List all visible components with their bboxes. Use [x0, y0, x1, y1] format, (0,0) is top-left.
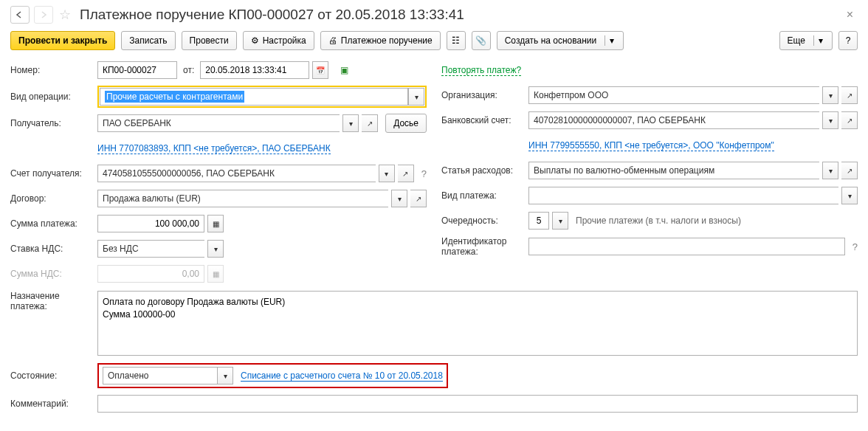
calendar-button[interactable]: 📅 — [312, 61, 328, 79]
help-icon[interactable]: ? — [852, 241, 858, 252]
payment-id-label: Идентификатор платежа: — [441, 236, 528, 258]
number-label: Номер: — [10, 65, 97, 75]
close-icon[interactable]: × — [842, 8, 858, 21]
structure-button[interactable]: ☷ — [447, 31, 466, 50]
bank-account-input[interactable]: 40702810000000000007, ПАО СБЕРБАНК — [528, 111, 819, 129]
open-button[interactable]: ↗ — [841, 86, 858, 104]
dropdown-button[interactable]: ▾ — [391, 190, 407, 207]
dossier-button[interactable]: Досье — [385, 114, 427, 133]
comment-input[interactable] — [97, 395, 858, 413]
save-button[interactable]: Записать — [121, 31, 175, 50]
payment-id-input[interactable] — [528, 238, 845, 255]
status-stamp-icon[interactable]: ▣ — [340, 65, 348, 75]
open-button[interactable]: ↗ — [841, 162, 858, 179]
bank-account-label: Банковский счет: — [441, 115, 528, 125]
gear-icon: ⚙ — [251, 35, 259, 46]
status-label: Состояние: — [10, 370, 97, 381]
nav-back-button[interactable] — [10, 6, 30, 24]
paperclip-icon: 📎 — [475, 35, 486, 46]
priority-hint: Прочие платежи (в т.ч. налоги и взносы) — [576, 216, 741, 226]
help-button[interactable]: ? — [838, 31, 858, 50]
chevron-down-icon: ▾ — [604, 35, 619, 46]
vat-rate-select[interactable]: Без НДС — [97, 240, 204, 258]
repeat-payment-link[interactable]: Повторять платеж? — [441, 65, 521, 76]
op-type-label: Вид операции: — [10, 92, 97, 102]
vat-rate-label: Ставка НДС: — [10, 244, 97, 254]
number-input[interactable] — [97, 61, 177, 79]
comment-label: Комментарий: — [10, 399, 97, 409]
create-based-on-button[interactable]: Создать на основании ▾ — [497, 31, 624, 50]
page-title: Платежное поручение КП00-000027 от 20.05… — [80, 7, 464, 23]
dropdown-button[interactable]: ▾ — [822, 86, 838, 104]
priority-label: Очередность: — [441, 216, 528, 226]
calculator-button: ▦ — [207, 265, 224, 283]
dropdown-button[interactable]: ▾ — [342, 114, 359, 132]
purpose-textarea[interactable] — [97, 291, 858, 356]
open-button[interactable]: ↗ — [362, 114, 378, 132]
open-button[interactable]: ↗ — [841, 111, 858, 129]
expense-label: Статья расходов: — [441, 165, 528, 176]
help-icon[interactable]: ? — [421, 168, 427, 179]
purpose-label: Назначение платежа: — [10, 291, 97, 312]
open-button[interactable]: ↗ — [398, 165, 414, 182]
date-input[interactable] — [200, 61, 309, 79]
dropdown-button[interactable]: ▾ — [217, 367, 233, 385]
dropdown-button[interactable]: ▾ — [822, 162, 838, 179]
recipient-label: Получатель: — [10, 118, 97, 128]
amount-input[interactable] — [97, 215, 204, 232]
dropdown-button[interactable]: ▾ — [841, 187, 858, 204]
post-button[interactable]: Провести — [182, 31, 237, 50]
open-button[interactable]: ↗ — [410, 190, 427, 207]
recipient-inn-link[interactable]: ИНН 7707083893, КПП <не требуется>, ПАО … — [97, 143, 331, 154]
priority-input[interactable] — [528, 212, 549, 230]
settings-button[interactable]: ⚙ Настройка — [243, 31, 314, 50]
chevron-down-icon: ▾ — [813, 35, 827, 46]
writeoff-document-link[interactable]: Списание с расчетного счета № 10 от 20.0… — [241, 370, 443, 382]
recipient-input[interactable]: ПАО СБЕРБАНК — [97, 114, 340, 132]
pay-type-label: Вид платежа: — [441, 190, 528, 201]
from-label: от: — [183, 65, 194, 75]
print-payment-order-button[interactable]: 🖨 Платежное поручение — [320, 31, 441, 50]
attachments-button[interactable]: 📎 — [472, 31, 491, 50]
chevron-down-icon: ▾ — [415, 93, 418, 101]
op-type-select[interactable]: Прочие расчеты с контрагентами — [100, 88, 408, 106]
calculator-icon: ▦ — [213, 220, 219, 228]
nav-forward-button[interactable] — [34, 6, 53, 24]
dropdown-button[interactable]: ▾ — [408, 88, 424, 106]
dropdown-button[interactable]: ▾ — [379, 165, 395, 182]
org-input[interactable]: Конфетпром ООО — [528, 86, 819, 104]
status-select[interactable]: Оплачено — [103, 367, 217, 385]
recipient-account-input[interactable]: 47405810555000000056, ПАО СБЕРБАНК — [97, 165, 376, 182]
recipient-account-label: Счет получателя: — [10, 168, 97, 179]
expense-input[interactable]: Выплаты по валютно-обменным операциям — [528, 162, 819, 179]
dropdown-button[interactable]: ▾ — [552, 212, 568, 230]
vat-sum-label: Сумма НДС: — [10, 269, 97, 279]
dropdown-button[interactable]: ▾ — [207, 240, 224, 258]
favorite-star-icon[interactable]: ☆ — [58, 7, 72, 22]
amount-label: Сумма платежа: — [10, 218, 97, 229]
dropdown-button[interactable]: ▾ — [822, 111, 838, 129]
contract-label: Договор: — [10, 193, 97, 204]
vat-sum-input — [97, 265, 204, 283]
calendar-icon: 📅 — [316, 66, 325, 75]
post-and-close-button[interactable]: Провести и закрыть — [10, 31, 115, 50]
org-inn-link[interactable]: ИНН 7799555550, КПП <не требуется>, ООО … — [528, 140, 774, 151]
printer-icon: 🖨 — [328, 35, 337, 46]
structure-icon: ☷ — [452, 35, 460, 46]
org-label: Организация: — [441, 90, 528, 100]
more-button[interactable]: Еще ▾ — [779, 31, 833, 50]
contract-input[interactable]: Продажа валюты (EUR) — [97, 190, 388, 207]
calculator-button[interactable]: ▦ — [207, 215, 224, 232]
pay-type-select[interactable] — [528, 187, 838, 204]
